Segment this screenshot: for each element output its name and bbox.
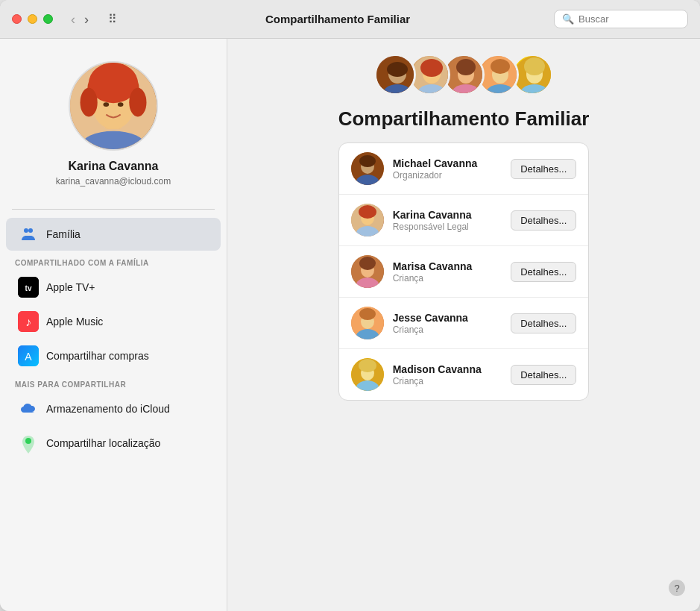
location-label: Compartilhar localização (46, 437, 160, 449)
details-button-karina[interactable]: Detalhes... (511, 210, 576, 231)
sidebar-item-appletv[interactable]: tv Apple TV+ (6, 271, 221, 304)
icloud-icon (18, 398, 39, 419)
details-button-madison[interactable]: Detalhes... (511, 365, 576, 385)
forward-button[interactable]: › (81, 11, 92, 28)
member-info-jesse: Jesse Cavanna Criança (393, 312, 502, 335)
svg-point-5 (81, 88, 98, 117)
svg-point-6 (129, 88, 146, 117)
member-info-marisa: Marisa Cavanna Criança (393, 260, 502, 283)
svg-point-8 (118, 102, 124, 107)
member-avatar-jesse (351, 307, 384, 339)
svg-point-54 (359, 308, 376, 320)
member-name-madison: Madison Cavanna (393, 363, 502, 375)
compras-label: Compartilhar compras (46, 350, 149, 362)
profile-avatar (69, 61, 158, 151)
svg-point-42 (359, 155, 376, 167)
member-avatar-marisa (351, 255, 384, 288)
member-avatar-karina (351, 204, 384, 236)
sidebar-item-compras[interactable]: A Compartilhar compras (6, 339, 221, 372)
profile-email: karina_cavanna@icloud.com (56, 176, 171, 187)
nav-buttons: ‹ › (68, 11, 92, 28)
members-list: Michael Cavanna Organizador Detalhes... (338, 142, 590, 401)
svg-point-46 (359, 205, 376, 219)
member-name-jesse: Jesse Cavanna (393, 312, 502, 324)
member-role-michael: Organizador (393, 170, 502, 181)
member-name-michael: Michael Cavanna (393, 157, 502, 169)
member-name-marisa: Marisa Cavanna (393, 260, 502, 272)
appletv-icon: tv (18, 277, 39, 298)
search-icon: 🔍 (562, 13, 574, 25)
member-row-michael: Michael Cavanna Organizador Detalhes... (339, 143, 589, 195)
close-button[interactable] (12, 14, 22, 24)
svg-point-38 (524, 57, 545, 75)
music-icon: ♪ (18, 311, 39, 332)
member-row-karina: Karina Cavanna Responsável Legal Detalhe… (339, 195, 589, 246)
appletv-label: Apple TV+ (46, 281, 95, 293)
location-icon (18, 433, 39, 454)
sidebar-item-applemusic[interactable]: ♪ Apple Music (6, 305, 221, 338)
profile-section: Karina Cavanna karina_cavanna@icloud.com (0, 54, 227, 201)
family-avatars (374, 54, 553, 95)
svg-text:A: A (25, 351, 32, 363)
search-input[interactable] (578, 13, 683, 25)
member-name-karina: Karina Cavanna (393, 209, 502, 221)
member-role-jesse: Criança (393, 325, 502, 335)
right-panel: Compartilhamento Familiar (316, 39, 612, 611)
minimize-button[interactable] (28, 14, 37, 24)
details-button-michael[interactable]: Detalhes... (511, 159, 576, 179)
familia-label: Família (46, 228, 81, 240)
svg-point-26 (420, 59, 443, 77)
icloud-label: Armazenamento do iCloud (46, 403, 170, 415)
section-header-more: MAIS PARA COMPARTILHAR (0, 373, 227, 392)
section-header-shared: COMPARTILHADO COM A FAMÍLIA (0, 251, 227, 270)
main-content: Karina Cavanna karina_cavanna@icloud.com… (0, 39, 700, 611)
right-wrapper: Compartilhamento Familiar (227, 39, 700, 611)
member-avatar-michael (351, 152, 384, 185)
window-title: Compartilhamento Familiar (130, 13, 545, 25)
member-row-marisa: Marisa Cavanna Criança Detalhes... (339, 246, 589, 298)
svg-point-50 (359, 257, 376, 270)
svg-point-58 (359, 359, 376, 372)
svg-point-19 (27, 439, 31, 443)
divider-profile (12, 209, 215, 210)
svg-point-30 (456, 59, 476, 75)
sidebar-item-icloud[interactable]: Armazenamento do iCloud (6, 392, 221, 425)
details-button-jesse[interactable]: Detalhes... (511, 313, 576, 333)
member-info-madison: Madison Cavanna Criança (393, 363, 502, 386)
svg-point-10 (24, 228, 28, 233)
main-window: ‹ › ⠿ Compartilhamento Familiar 🔍 (0, 0, 700, 611)
member-role-marisa: Criança (393, 273, 502, 283)
svg-point-22 (387, 62, 408, 77)
family-icon (18, 224, 39, 245)
details-button-marisa[interactable]: Detalhes... (511, 262, 576, 282)
member-avatar-madison (351, 358, 384, 391)
sidebar-item-location[interactable]: Compartilhar localização (6, 427, 221, 460)
svg-text:♪: ♪ (25, 316, 31, 328)
search-box: 🔍 (554, 10, 688, 28)
traffic-lights (12, 14, 53, 24)
svg-text:tv: tv (25, 284, 32, 292)
grid-button[interactable]: ⠿ (104, 10, 122, 28)
back-button[interactable]: ‹ (68, 11, 78, 28)
member-info-karina: Karina Cavanna Responsável Legal (393, 209, 502, 232)
svg-point-34 (491, 59, 510, 74)
sidebar: Karina Cavanna karina_cavanna@icloud.com… (0, 39, 227, 611)
profile-name: Karina Cavanna (69, 160, 159, 173)
applemusic-label: Apple Music (46, 316, 103, 328)
title-bar: ‹ › ⠿ Compartilhamento Familiar 🔍 (0, 0, 700, 39)
family-avatar-michael (374, 54, 416, 95)
member-info-michael: Michael Cavanna Organizador (393, 157, 502, 181)
member-role-madison: Criança (393, 376, 502, 386)
help-button[interactable]: ? (669, 580, 685, 596)
appstore-icon: A (18, 345, 39, 366)
member-role-karina: Responsável Legal (393, 222, 502, 232)
maximize-button[interactable] (43, 14, 53, 24)
member-row-madison: Madison Cavanna Criança Detalhes... (339, 349, 589, 400)
sidebar-item-familia[interactable]: Família (6, 218, 221, 251)
svg-point-7 (103, 102, 109, 107)
svg-point-11 (28, 228, 33, 233)
member-row-jesse: Jesse Cavanna Criança Detalhes... (339, 298, 589, 349)
page-title: Compartilhamento Familiar (338, 107, 590, 131)
